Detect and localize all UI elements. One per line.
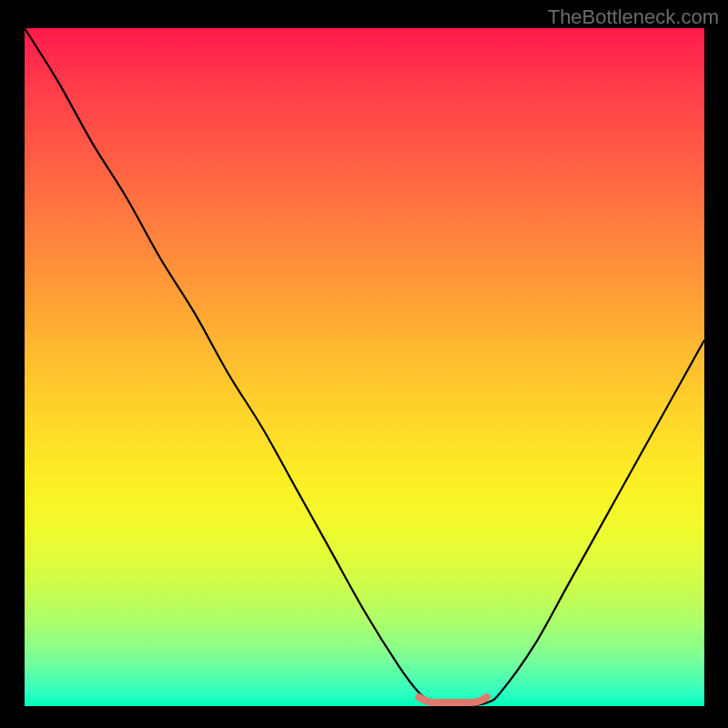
chart-svg	[25, 28, 704, 706]
chart-frame	[25, 28, 704, 706]
curve-minimum-highlight	[419, 697, 487, 703]
chart-plot-area	[25, 28, 704, 706]
bottleneck-curve	[25, 28, 704, 706]
attribution-text: TheBottleneck.com	[548, 5, 719, 29]
